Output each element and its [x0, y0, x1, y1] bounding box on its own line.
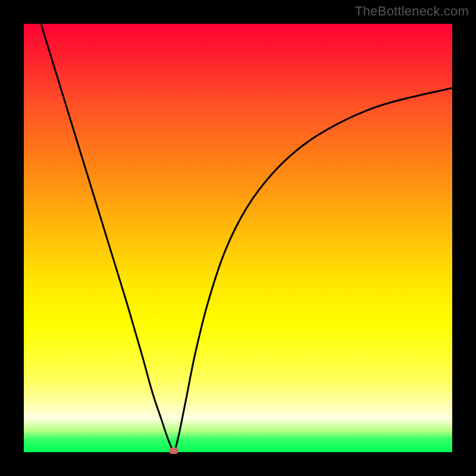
chart-frame: TheBottleneck.com: [0, 0, 476, 476]
bottleneck-curve: [41, 24, 452, 452]
minimum-marker: [169, 447, 178, 454]
watermark-text: TheBottleneck.com: [355, 4, 469, 19]
curve-svg: [24, 24, 452, 452]
chart-plot-area: [24, 24, 452, 452]
